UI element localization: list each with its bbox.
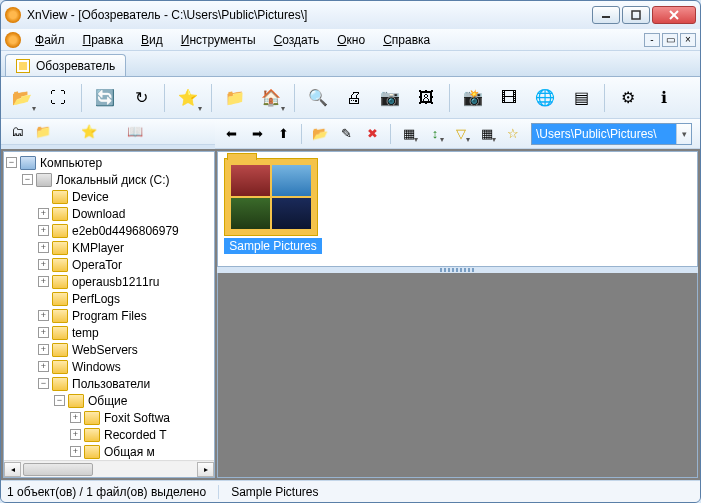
settings-button[interactable]: ⚙ — [611, 81, 645, 115]
view-icon: ▦ — [401, 126, 417, 142]
slideshow-button[interactable]: 🎞 — [492, 81, 526, 115]
scanner-icon: 📷 — [379, 87, 401, 109]
path-dropdown[interactable]: ▾ — [676, 124, 691, 144]
tab-icon — [16, 59, 30, 73]
tree-toolbar: 🗂 📁 ⭐ 📖 — [1, 119, 215, 145]
tabbar: Обозреватель — [1, 51, 700, 77]
tree-public[interactable]: −Общие — [4, 392, 214, 409]
tree-folder[interactable]: +operausb1211ru — [4, 273, 214, 290]
newfolder-button[interactable]: 📂 — [308, 122, 332, 146]
fullscreen-button[interactable]: ⛶ — [41, 81, 75, 115]
scanner-button[interactable]: 📷 — [373, 81, 407, 115]
web-button[interactable]: 🌐 — [528, 81, 562, 115]
up-button[interactable]: ⬆ — [271, 122, 295, 146]
sort-icon: ↕ — [427, 126, 443, 142]
minimize-button[interactable] — [592, 6, 620, 24]
favorite-button[interactable]: ⭐ — [171, 81, 205, 115]
app-menu-icon[interactable] — [5, 32, 21, 48]
status-count: 1 объект(ов) / 1 файл(ов) выделено — [7, 485, 219, 499]
tab-browser[interactable]: Обозреватель — [5, 54, 126, 76]
refresh-button[interactable]: 🔄 — [88, 81, 122, 115]
tree-users[interactable]: −Пользователи — [4, 375, 214, 392]
print-button[interactable]: 🖨 — [337, 81, 371, 115]
tree-folder[interactable]: +Program Files — [4, 307, 214, 324]
thumbnail-area[interactable]: Sample Pictures — [217, 151, 698, 267]
titlebar: XnView - [Обозреватель - C:\Users\Public… — [1, 1, 700, 29]
mdi-minimize[interactable]: ‐ — [644, 33, 660, 47]
rename-button[interactable]: ✎ — [334, 122, 358, 146]
menu-create[interactable]: Создать — [266, 31, 328, 49]
tree-folder[interactable]: +Windows — [4, 358, 214, 375]
tree-folder[interactable]: +KMPlayer — [4, 239, 214, 256]
folder-tree[interactable]: −Компьютер −Локальный диск (C:) Device+D… — [4, 152, 214, 460]
tree-panel: −Компьютер −Локальный диск (C:) Device+D… — [3, 151, 215, 478]
back-icon: ⬅ — [223, 126, 239, 142]
home-icon: 🏠 — [260, 87, 282, 109]
view-mode-button[interactable]: ▦ — [397, 122, 421, 146]
content-panel: Sample Pictures — [217, 151, 698, 478]
tree-folder[interactable]: +Общая м — [4, 443, 214, 460]
sort-button[interactable]: ↕ — [423, 122, 447, 146]
open-icon: 📂 — [11, 87, 33, 109]
folder-thumbnail — [224, 158, 318, 236]
tag-button[interactable]: ☆ — [501, 122, 525, 146]
fullscreen-icon: ⛶ — [47, 87, 69, 109]
delete-button[interactable]: ✖ — [360, 122, 384, 146]
path-field[interactable]: ▾ — [531, 123, 692, 145]
close-button[interactable] — [652, 6, 696, 24]
tree-folder[interactable]: Device — [4, 188, 214, 205]
tree-scrollbar[interactable]: ◂ ▸ — [4, 460, 214, 477]
categories-icon: 📁 — [35, 124, 51, 140]
tree-folder[interactable]: PerfLogs — [4, 290, 214, 307]
tree-categories-button[interactable]: 📁 — [31, 120, 55, 144]
tree-favorites-button[interactable]: ⭐ — [77, 120, 101, 144]
forward-icon: ➡ — [249, 126, 265, 142]
layout-button[interactable]: ▦ — [475, 122, 499, 146]
folder-item[interactable]: Sample Pictures — [224, 158, 322, 254]
tree-folders-button[interactable]: 🗂 — [5, 120, 29, 144]
forward-button[interactable]: ➡ — [245, 122, 269, 146]
explorer-button[interactable]: 📁 — [218, 81, 252, 115]
tree-folder[interactable]: +OperaTor — [4, 256, 214, 273]
menu-tools[interactable]: Инструменты — [173, 31, 264, 49]
newfolder-icon: 📂 — [312, 126, 328, 142]
batch-button[interactable]: ▤ — [564, 81, 598, 115]
menu-help[interactable]: Справка — [375, 31, 438, 49]
scroll-thumb[interactable] — [23, 463, 93, 476]
menu-edit[interactable]: Правка — [75, 31, 132, 49]
tree-folder[interactable]: +temp — [4, 324, 214, 341]
app-icon — [5, 7, 21, 23]
info-icon: ℹ — [653, 87, 675, 109]
scroll-left[interactable]: ◂ — [4, 462, 21, 477]
search-button[interactable]: 🔍 — [301, 81, 335, 115]
tree-folder[interactable]: +Recorded T — [4, 426, 214, 443]
tree-book-button[interactable]: 📖 — [123, 120, 147, 144]
mdi-close[interactable]: × — [680, 33, 696, 47]
rotate-icon: ↻ — [130, 87, 152, 109]
tree-folder[interactable]: +Download — [4, 205, 214, 222]
menu-file[interactable]: Файл — [27, 31, 73, 49]
tree-root[interactable]: −Компьютер — [4, 154, 214, 171]
about-button[interactable]: ℹ — [647, 81, 681, 115]
mdi-restore[interactable]: ▭ — [662, 33, 678, 47]
settings-icon: ⚙ — [617, 87, 639, 109]
maximize-button[interactable] — [622, 6, 650, 24]
back-button[interactable]: ⬅ — [219, 122, 243, 146]
nav-toolbar: ⬅ ➡ ⬆ 📂 ✎ ✖ ▦ ↕ ▽ ▦ ☆ ▾ — [215, 119, 700, 149]
open-button[interactable]: 📂 — [5, 81, 39, 115]
tree-drive[interactable]: −Локальный диск (C:) — [4, 171, 214, 188]
tree-folder[interactable]: +e2eb0d4496806979 — [4, 222, 214, 239]
tree-folder[interactable]: +WebServers — [4, 341, 214, 358]
menu-view[interactable]: Вид — [133, 31, 171, 49]
capture-button[interactable]: 📸 — [456, 81, 490, 115]
scroll-right[interactable]: ▸ — [197, 462, 214, 477]
filter-button[interactable]: ▽ — [449, 122, 473, 146]
convert-button[interactable]: 🖼 — [409, 81, 443, 115]
convert-icon: 🖼 — [415, 87, 437, 109]
path-input[interactable] — [532, 124, 676, 144]
rotate-button[interactable]: ↻ — [124, 81, 158, 115]
folders-icon: 🗂 — [9, 124, 25, 140]
home-button[interactable]: 🏠 — [254, 81, 288, 115]
menu-window[interactable]: Окно — [329, 31, 373, 49]
tree-folder[interactable]: +Foxit Softwa — [4, 409, 214, 426]
